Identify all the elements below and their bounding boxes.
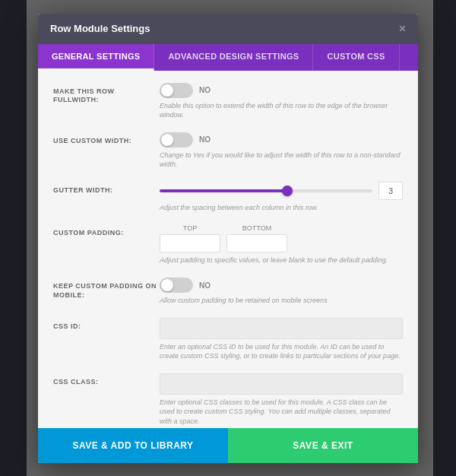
fullwidth-toggle[interactable] bbox=[160, 83, 193, 98]
padding-top-input[interactable] bbox=[160, 234, 220, 252]
fullwidth-toggle-knob bbox=[161, 84, 173, 97]
fullwidth-label: MAKE THIS ROW FULLWIDTH: bbox=[53, 83, 160, 105]
css-id-control: Enter an optional CSS ID to be used for … bbox=[160, 318, 403, 361]
gutter-slider-wrap: 3 bbox=[160, 182, 403, 200]
padding-hint: Adjust padding to specific values, or le… bbox=[160, 255, 403, 265]
custom-width-hint: Change to Yes if you would like to adjus… bbox=[160, 151, 403, 170]
padding-bottom-input[interactable] bbox=[226, 234, 287, 252]
gutter-slider-value: 3 bbox=[378, 182, 403, 200]
modal-header: Row Module Settings × bbox=[38, 14, 418, 44]
keep-padding-toggle-wrap: NO bbox=[160, 278, 403, 293]
field-gutter: GUTTER WIDTH: 3 Adjust the spacing betwe… bbox=[53, 182, 403, 213]
fullwidth-hint: Enable this option to extend the width o… bbox=[160, 101, 403, 120]
custom-width-label: USE CUSTOM WIDTH: bbox=[53, 132, 160, 146]
padding-bottom-field: Bottom bbox=[226, 224, 287, 252]
field-css-id: CSS ID: Enter an optional CSS ID to be u… bbox=[53, 318, 403, 361]
modal-title: Row Module Settings bbox=[50, 23, 150, 34]
gutter-slider-fill bbox=[160, 189, 287, 192]
padding-bottom-label: Bottom bbox=[242, 224, 271, 232]
gutter-slider-track[interactable] bbox=[160, 189, 372, 192]
padding-control: Top Bottom Adjust padding to specific va… bbox=[160, 224, 403, 265]
padding-top-label: Top bbox=[183, 224, 197, 232]
save-library-button[interactable]: Save & Add To Library bbox=[38, 428, 228, 463]
custom-width-control: NO Change to Yes if you would like to ad… bbox=[160, 132, 403, 170]
field-padding: CUSTOM PADDING: Top Bottom Adjust paddin… bbox=[53, 224, 403, 265]
fullwidth-toggle-label: NO bbox=[199, 86, 211, 94]
keep-padding-toggle[interactable] bbox=[160, 278, 193, 293]
padding-inputs-wrap: Top Bottom bbox=[160, 224, 403, 252]
gutter-label: GUTTER WIDTH: bbox=[53, 182, 160, 195]
field-css-class: CSS CLASS: Enter optional CSS classes to… bbox=[53, 373, 403, 427]
tab-bar: General Settings Advanced Design Setting… bbox=[38, 44, 418, 71]
css-class-control: Enter optional CSS classes to be used fo… bbox=[160, 373, 403, 427]
keep-padding-toggle-knob bbox=[161, 279, 173, 291]
custom-width-toggle[interactable] bbox=[160, 132, 193, 148]
field-custom-width: USE CUSTOM WIDTH: NO Change to Yes if yo… bbox=[53, 132, 403, 170]
modal-close-button[interactable]: × bbox=[399, 23, 406, 35]
css-id-hint: Enter an optional CSS ID to be used for … bbox=[160, 342, 403, 361]
gutter-slider-thumb[interactable] bbox=[282, 186, 293, 196]
gutter-hint: Adjust the spacing between each column i… bbox=[160, 203, 403, 213]
css-class-hint: Enter optional CSS classes to be used fo… bbox=[160, 398, 403, 427]
padding-label: CUSTOM PADDING: bbox=[53, 224, 160, 238]
keep-padding-toggle-label: NO bbox=[199, 281, 211, 290]
custom-width-toggle-knob bbox=[161, 134, 173, 146]
field-fullwidth: MAKE THIS ROW FULLWIDTH: NO Enable this … bbox=[53, 83, 403, 120]
gutter-control: 3 Adjust the spacing between each column… bbox=[160, 182, 403, 213]
keep-padding-label: KEEP CUSTOM PADDING ON MOBILE: bbox=[53, 278, 160, 300]
tab-advanced[interactable]: Advanced Design Settings bbox=[154, 44, 313, 71]
modal-footer: Save & Add To Library Save & Exit bbox=[38, 428, 418, 463]
custom-width-toggle-label: NO bbox=[199, 135, 211, 144]
modal-dialog: Row Module Settings × General Settings A… bbox=[38, 14, 418, 463]
save-exit-button[interactable]: Save & Exit bbox=[228, 428, 418, 463]
field-keep-padding: KEEP CUSTOM PADDING ON MOBILE: NO Allow … bbox=[53, 278, 403, 306]
keep-padding-hint: Allow custom padding to be retained on m… bbox=[160, 296, 403, 306]
tab-general[interactable]: General Settings bbox=[38, 44, 154, 71]
modal-body: MAKE THIS ROW FULLWIDTH: NO Enable this … bbox=[38, 71, 418, 428]
css-class-label: CSS CLASS: bbox=[53, 373, 160, 387]
css-id-input[interactable] bbox=[160, 318, 403, 339]
fullwidth-control: NO Enable this option to extend the widt… bbox=[160, 83, 403, 120]
custom-width-toggle-wrap: NO bbox=[160, 132, 403, 148]
css-class-input[interactable] bbox=[160, 373, 403, 395]
css-id-label: CSS ID: bbox=[53, 318, 160, 332]
tab-css[interactable]: Custom CSS bbox=[313, 44, 399, 71]
keep-padding-control: NO Allow custom padding to be retained o… bbox=[160, 278, 403, 306]
fullwidth-toggle-wrap: NO bbox=[160, 83, 403, 98]
padding-top-field: Top bbox=[160, 224, 220, 252]
